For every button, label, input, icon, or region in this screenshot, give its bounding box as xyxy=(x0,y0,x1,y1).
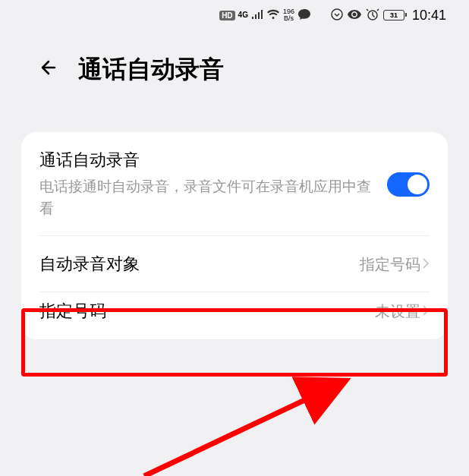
svg-point-0 xyxy=(332,9,342,20)
signal-gen: 4G xyxy=(238,11,248,19)
svg-line-3 xyxy=(144,383,342,476)
record-target-value: 指定号码 xyxy=(360,254,420,275)
auto-record-desc: 电话接通时自动录音，录音文件可在录音机应用中查看 xyxy=(39,176,379,219)
specify-number-value-wrap: 未设置 xyxy=(375,301,430,322)
annotation-arrow-icon xyxy=(129,371,357,476)
row-record-target[interactable]: 自动录音对象 指定号码 xyxy=(21,236,448,292)
signal-bars-icon xyxy=(251,9,263,21)
auto-record-toggle[interactable] xyxy=(387,172,430,197)
page-header: 通话自动录音 xyxy=(0,30,469,102)
chat-bubble-icon xyxy=(297,8,311,23)
wifi-icon xyxy=(266,9,280,22)
row-specify-number[interactable]: 指定号码 未设置 xyxy=(21,292,448,339)
record-target-title: 自动录音对象 xyxy=(39,253,360,276)
back-arrow-icon[interactable] xyxy=(38,57,59,84)
net-speed: 196 B/s xyxy=(283,8,294,22)
page-title: 通话自动录音 xyxy=(78,53,224,87)
status-right-group: 31 10:41 xyxy=(331,8,446,24)
chevron-right-icon xyxy=(422,256,430,273)
specify-number-value: 未设置 xyxy=(375,301,420,322)
chevron-right-icon xyxy=(422,303,430,320)
hd-badge-icon: HD xyxy=(219,11,234,20)
specify-number-title: 指定号码 xyxy=(39,300,375,323)
alarm-icon xyxy=(366,8,379,24)
row-auto-record-text: 通话自动录音 电话接通时自动录音，录音文件可在录音机应用中查看 xyxy=(39,149,379,219)
specify-number-text: 指定号码 xyxy=(39,300,375,323)
settings-card: 通话自动录音 电话接通时自动录音，录音文件可在录音机应用中查看 自动录音对象 指… xyxy=(21,132,448,339)
auto-record-title: 通话自动录音 xyxy=(39,149,379,172)
battery-icon: 31 xyxy=(383,10,404,20)
row-auto-record: 通话自动录音 电话接通时自动录音，录音文件可在录音机应用中查看 xyxy=(21,132,448,236)
status-left-group: HD 4G 196 B/s xyxy=(219,8,311,23)
eye-icon xyxy=(347,9,362,22)
record-target-text: 自动录音对象 xyxy=(39,253,360,276)
record-target-value-wrap: 指定号码 xyxy=(360,254,430,275)
status-time: 10:41 xyxy=(412,8,446,24)
circle-down-icon xyxy=(331,8,343,23)
status-bar: HD 4G 196 B/s 31 10:41 xyxy=(0,0,469,30)
